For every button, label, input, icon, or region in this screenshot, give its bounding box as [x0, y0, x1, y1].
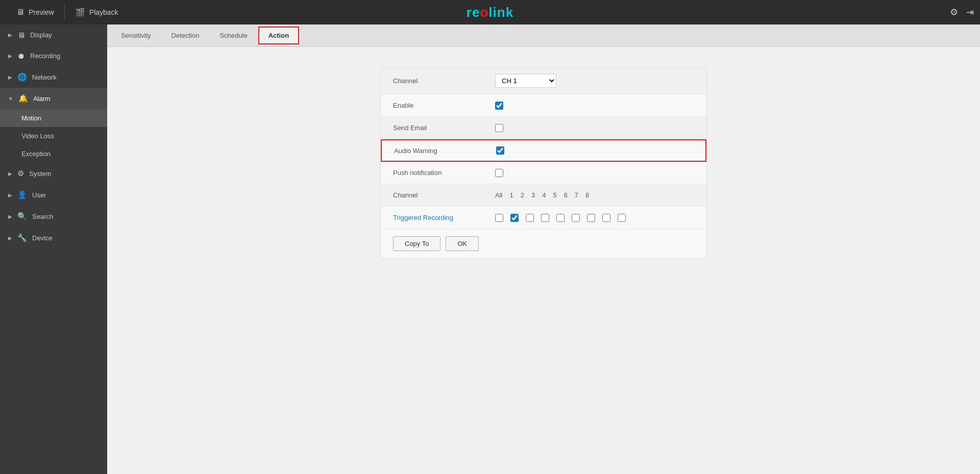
sidebar-item-label-alarm: Alarm [33, 95, 51, 103]
form-row-audio-warning: Audio Warning [381, 139, 706, 162]
form-row-enable: Enable [381, 94, 706, 117]
playback-nav[interactable]: 🎬 Playback [65, 0, 129, 24]
channel-nums-label: Channel [393, 191, 495, 199]
sidebar-item-label-display: Display [30, 31, 52, 39]
sidebar-item-search[interactable]: ▶ 🔍 Search [0, 206, 107, 227]
sidebar-item-label-system: System [29, 170, 51, 178]
triggered-ch-8[interactable] [618, 214, 626, 222]
audio-warning-label: Audio Warning [394, 147, 496, 155]
sidebar-sub-exception-label: Exception [21, 150, 51, 158]
topbar-left: 🖥 Preview 🎬 Playback [6, 0, 129, 24]
triggered-ch-6[interactable] [587, 214, 595, 222]
sidebar-item-system[interactable]: ▶ ⚙ System [0, 163, 107, 184]
network-icon: 🌐 [17, 72, 27, 82]
logout-icon[interactable]: ⇥ [966, 7, 974, 18]
triggered-ch-1[interactable] [510, 214, 519, 222]
content-body: Channel CH 1 CH 2 CH 3 CH 4 CH 5 CH 6 CH… [107, 47, 980, 474]
logo-text: reolink [467, 5, 513, 20]
preview-icon: 🖥 [16, 8, 24, 17]
device-icon: 🔧 [17, 233, 27, 242]
ch-2: 2 [521, 191, 524, 199]
topbar-right: ⚙ ⇥ [950, 7, 974, 18]
tab-action[interactable]: Action [258, 27, 299, 44]
sidebar-sub-video-loss-label: Video Loss [21, 132, 54, 140]
enable-control [495, 102, 503, 110]
tab-detection[interactable]: Detection [162, 27, 209, 44]
send-email-checkbox[interactable] [495, 124, 503, 132]
channel-select[interactable]: CH 1 CH 2 CH 3 CH 4 CH 5 CH 6 CH 7 CH 8 [495, 74, 556, 88]
ch-8: 8 [585, 191, 589, 199]
channel-nums: All 1 2 3 4 5 6 7 8 [495, 191, 589, 199]
send-email-control [495, 124, 503, 132]
logo: reolink [467, 4, 513, 20]
enable-label: Enable [393, 102, 495, 109]
sidebar-sub-video-loss[interactable]: Video Loss [0, 127, 107, 145]
tab-schedule[interactable]: Schedule [210, 27, 257, 44]
send-email-label: Send Email [393, 124, 495, 132]
sidebar-item-alarm[interactable]: ▼ 🔔 Alarm [0, 88, 107, 109]
main-area: ▶ 🖥 Display ▶ ⏺ Recording ▶ 🌐 Network ▼ … [0, 24, 980, 474]
push-notification-checkbox[interactable] [495, 169, 503, 177]
content: Sensitivity Detection Schedule Action Ch… [107, 24, 980, 474]
playback-icon: 🎬 [75, 8, 85, 17]
user-arrow: ▶ [8, 192, 12, 198]
search-icon: 🔍 [17, 212, 27, 221]
sidebar-item-label-device: Device [32, 234, 53, 242]
preview-nav[interactable]: 🖥 Preview [6, 0, 64, 24]
ch-all: All [495, 191, 502, 199]
sidebar-item-display[interactable]: ▶ 🖥 Display [0, 24, 107, 45]
copy-to-button[interactable]: Copy To [393, 236, 440, 251]
triggered-ch-7[interactable] [602, 214, 610, 222]
form-row-send-email: Send Email [381, 117, 706, 139]
sidebar-sub-motion-label: Motion [21, 114, 41, 122]
user-icon: 👤 [17, 190, 27, 199]
triggered-ch-2[interactable] [526, 214, 534, 222]
sidebar-item-device[interactable]: ▶ 🔧 Device [0, 227, 107, 248]
sidebar-item-user[interactable]: ▶ 👤 User [0, 184, 107, 206]
triggered-ch-3[interactable] [541, 214, 549, 222]
ch-7: 7 [575, 191, 578, 199]
alarm-arrow: ▼ [8, 96, 13, 102]
sidebar: ▶ 🖥 Display ▶ ⏺ Recording ▶ 🌐 Network ▼ … [0, 24, 107, 474]
alarm-icon: 🔔 [18, 94, 28, 103]
sidebar-sub-motion[interactable]: Motion [0, 109, 107, 127]
sidebar-item-network[interactable]: ▶ 🌐 Network [0, 66, 107, 88]
enable-checkbox[interactable] [495, 102, 503, 110]
ch-4: 4 [542, 191, 546, 199]
form-row-channel: Channel CH 1 CH 2 CH 3 CH 4 CH 5 CH 6 CH… [381, 68, 706, 94]
triggered-ch-all[interactable] [495, 214, 503, 222]
form-buttons-row: Copy To OK [381, 229, 706, 258]
display-arrow: ▶ [8, 32, 12, 38]
audio-warning-control [496, 146, 504, 155]
channel-label: Channel [393, 77, 495, 85]
settings-icon[interactable]: ⚙ [950, 7, 958, 18]
network-arrow: ▶ [8, 74, 12, 80]
tab-sensitivity[interactable]: Sensitivity [111, 27, 161, 44]
preview-label: Preview [29, 8, 54, 16]
system-icon: ⚙ [17, 169, 24, 178]
recording-icon: ⏺ [17, 52, 25, 60]
recording-arrow: ▶ [8, 53, 12, 59]
triggered-ch-4[interactable] [556, 214, 565, 222]
search-arrow: ▶ [8, 214, 12, 219]
sidebar-sub-exception[interactable]: Exception [0, 145, 107, 163]
sidebar-item-label-network: Network [32, 73, 57, 81]
sidebar-item-label-user: User [32, 191, 46, 199]
form-card: Channel CH 1 CH 2 CH 3 CH 4 CH 5 CH 6 CH… [380, 67, 707, 259]
push-notification-control [495, 169, 503, 177]
triggered-ch-5[interactable] [572, 214, 580, 222]
playback-label: Playback [89, 8, 118, 16]
form-row-triggered-recording: Triggered Recording [381, 207, 706, 229]
ch-3: 3 [531, 191, 535, 199]
channel-control: CH 1 CH 2 CH 3 CH 4 CH 5 CH 6 CH 7 CH 8 [495, 74, 556, 88]
sidebar-item-recording[interactable]: ▶ ⏺ Recording [0, 45, 107, 66]
ch-6: 6 [564, 191, 568, 199]
push-notification-label: Push notification [393, 169, 495, 177]
ch-1: 1 [509, 191, 513, 199]
device-arrow: ▶ [8, 235, 12, 241]
ok-button[interactable]: OK [446, 236, 479, 251]
form-row-push-notification: Push notification [381, 162, 706, 184]
audio-warning-checkbox[interactable] [496, 146, 504, 155]
triggered-recording-label: Triggered Recording [393, 214, 495, 221]
system-arrow: ▶ [8, 171, 12, 177]
